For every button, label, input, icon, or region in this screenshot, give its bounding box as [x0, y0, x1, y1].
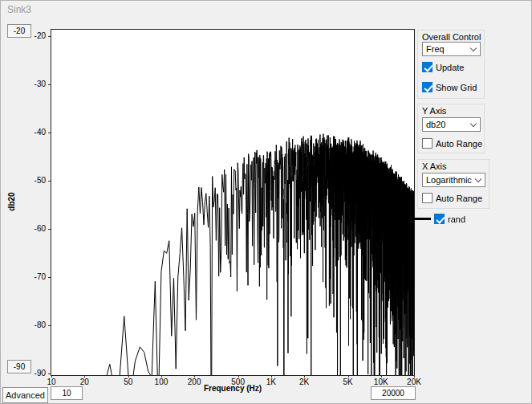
x-tick-label: 2K [288, 377, 320, 386]
group-overall-control: Overall Control Freq Update Show Grid [417, 30, 485, 99]
x-auto-range-checkbox-label: Auto Range [436, 194, 482, 203]
x-tick-mark [238, 375, 239, 377]
x-tick-mark [84, 375, 85, 377]
group-x-axis: X Axis Logarithmic Auto Range [417, 159, 489, 209]
x-axis-group-title: X Axis [422, 161, 447, 171]
y-axis-label: db20 [7, 192, 16, 210]
x-tick-label: 200 [178, 377, 210, 386]
x-tick-mark [128, 375, 129, 377]
x-tick-mark [414, 375, 415, 377]
y-tick-mark [48, 133, 51, 133]
titlebar[interactable]: Sink3 [1, 1, 531, 17]
y-axis-group-title: Y Axis [422, 106, 446, 116]
overall-control-title: Overall Control [422, 32, 481, 42]
x-axis-dropdown-value: Logarithmic [426, 175, 472, 185]
show-grid-checkbox-box[interactable] [422, 82, 433, 92]
x-auto-range-checkbox[interactable]: Auto Range [422, 193, 482, 203]
x-tick-label: 10 [35, 377, 67, 386]
legend: rand [413, 214, 465, 224]
group-y-axis: Y Axis db20 Auto Range [417, 104, 485, 153]
x-tick-label: 20 [68, 377, 100, 386]
y-tick-label: -50 [20, 176, 46, 185]
x-min-input[interactable] [51, 386, 83, 400]
y-auto-range-checkbox[interactable]: Auto Range [422, 138, 482, 149]
y-tick-mark [48, 84, 51, 85]
y-tick-mark [48, 277, 51, 278]
chevron-down-icon [470, 45, 477, 51]
x-tick-mark [348, 375, 349, 377]
y-tick-label: -30 [20, 80, 46, 88]
y-tick-mark [48, 36, 51, 37]
x-tick-label: 5K [332, 377, 364, 386]
y-tick-label: -90 [20, 369, 46, 377]
y-tick-mark [48, 181, 51, 182]
legend-label: rand [448, 214, 465, 224]
x-tick-mark [194, 375, 195, 377]
y-axis-dropdown-value: db20 [426, 120, 445, 129]
update-checkbox-box[interactable] [422, 62, 433, 72]
window-title: Sink3 [7, 4, 31, 15]
x-tick-label: 20K [398, 377, 430, 386]
x-max-input[interactable] [371, 386, 416, 400]
x-tick-mark [51, 375, 52, 377]
x-tick-label: 10K [365, 377, 397, 386]
overall-control-dropdown-value: Freq [426, 44, 445, 54]
legend-checkbox[interactable] [434, 214, 445, 224]
legend-line-swatch [413, 218, 431, 220]
y-tick-mark [48, 325, 51, 326]
x-tick-mark [161, 375, 162, 377]
x-axis-dropdown[interactable]: Logarithmic [422, 173, 485, 187]
x-tick-label: 500 [222, 377, 254, 386]
show-grid-checkbox[interactable]: Show Grid [422, 82, 477, 92]
advanced-button[interactable]: Advanced [2, 387, 48, 403]
chevron-down-icon [470, 120, 477, 127]
x-tick-mark [271, 375, 272, 377]
update-checkbox-label: Update [436, 63, 464, 72]
chevron-down-icon [475, 176, 481, 182]
spectrum-canvas [51, 30, 414, 375]
y-tick-label: -40 [20, 128, 46, 137]
x-tick-label: 100 [145, 377, 177, 386]
x-auto-range-checkbox-box[interactable] [422, 193, 433, 203]
y-auto-range-checkbox-box[interactable] [422, 138, 433, 149]
y-tick-label: -20 [20, 31, 46, 40]
x-tick-label: 1K [255, 377, 287, 386]
y-tick-mark [48, 229, 51, 230]
window: Sink3 db20 Frequency (Hz) Advanced Overa… [0, 0, 532, 404]
x-tick-label: 50 [112, 377, 144, 386]
y-auto-range-checkbox-label: Auto Range [436, 139, 482, 149]
y-tick-mark [48, 373, 51, 374]
y-tick-label: -60 [20, 224, 46, 233]
y-tick-label: -80 [20, 320, 46, 329]
x-tick-mark [304, 375, 305, 377]
show-grid-checkbox-label: Show Grid [436, 83, 477, 92]
overall-control-dropdown[interactable]: Freq [422, 42, 481, 56]
update-checkbox[interactable]: Update [422, 62, 464, 72]
x-tick-mark [381, 375, 382, 377]
y-tick-label: -70 [20, 272, 46, 281]
y-axis-dropdown[interactable]: db20 [422, 117, 481, 132]
plot-area[interactable] [51, 29, 415, 376]
